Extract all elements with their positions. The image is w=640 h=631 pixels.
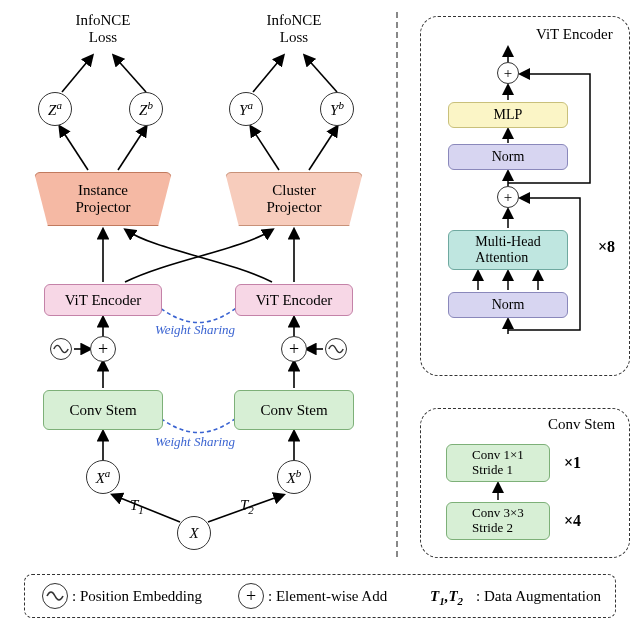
vit-encoder-panel: [420, 16, 630, 376]
xa-node: Xa: [86, 460, 120, 494]
xb-node: Xb: [277, 460, 311, 494]
vit-mha: Multi-Head Attention: [448, 230, 568, 270]
vit-mlp: MLP: [448, 102, 568, 128]
vit-norm-2: Norm: [448, 144, 568, 170]
za-node: Za: [38, 92, 72, 126]
svg-line-12: [60, 127, 88, 170]
legend-elem-add: : Element-wise Add: [268, 588, 387, 605]
column-separator: [396, 12, 398, 557]
legend-aug: : Data Augmentation: [476, 588, 601, 605]
weight-sharing-label-top: Weight Sharing: [155, 322, 235, 338]
svg-line-19: [305, 56, 337, 92]
vit-add-2: +: [497, 62, 519, 84]
legend-plus-icon: +: [238, 583, 264, 609]
pos-embedding-left-icon: [50, 338, 72, 360]
add-right: +: [281, 336, 307, 362]
vit-add-1: +: [497, 186, 519, 208]
t1-label: T1: [130, 497, 144, 516]
weight-sharing-label-bottom: Weight Sharing: [155, 434, 235, 450]
conv-stem-right: Conv Stem: [234, 390, 354, 430]
svg-line-0: [113, 495, 180, 522]
diagram-root: InfoNCE Loss InfoNCE Loss Za Zb Ya Yb In…: [0, 0, 640, 631]
x-node: X: [177, 516, 211, 550]
svg-line-14: [251, 127, 279, 170]
conv2-times: ×4: [564, 512, 581, 530]
t2-label: T2: [240, 497, 254, 516]
svg-line-18: [253, 56, 283, 92]
legend-sine-icon: [42, 583, 68, 609]
svg-line-15: [309, 127, 337, 170]
legend-pos-emb: : Position Embedding: [72, 588, 202, 605]
vit-times-8: ×8: [598, 238, 615, 256]
svg-line-17: [114, 56, 146, 92]
conv-panel-title: Conv Stem: [548, 416, 615, 433]
conv1x1: Conv 1×1 Stride 1: [446, 444, 550, 482]
conv-stem-left: Conv Stem: [43, 390, 163, 430]
vit-panel-title: ViT Encoder: [536, 26, 613, 43]
infonce-loss-a: InfoNCE Loss: [68, 12, 138, 46]
add-left: +: [90, 336, 116, 362]
infonce-loss-b: InfoNCE Loss: [259, 12, 329, 46]
instance-projector: Instance Projector: [34, 172, 172, 226]
conv3x3: Conv 3×3 Stride 2: [446, 502, 550, 540]
svg-line-16: [62, 56, 92, 92]
cluster-projector: Cluster Projector: [225, 172, 363, 226]
vit-norm-1: Norm: [448, 292, 568, 318]
zb-node: Zb: [129, 92, 163, 126]
ya-node: Ya: [229, 92, 263, 126]
yb-node: Yb: [320, 92, 354, 126]
legend-t12: T1,T2: [430, 588, 463, 607]
pos-embedding-right-icon: [325, 338, 347, 360]
vit-encoder-right: ViT Encoder: [235, 284, 353, 316]
conv1-times: ×1: [564, 454, 581, 472]
vit-encoder-left: ViT Encoder: [44, 284, 162, 316]
svg-line-13: [118, 127, 146, 170]
